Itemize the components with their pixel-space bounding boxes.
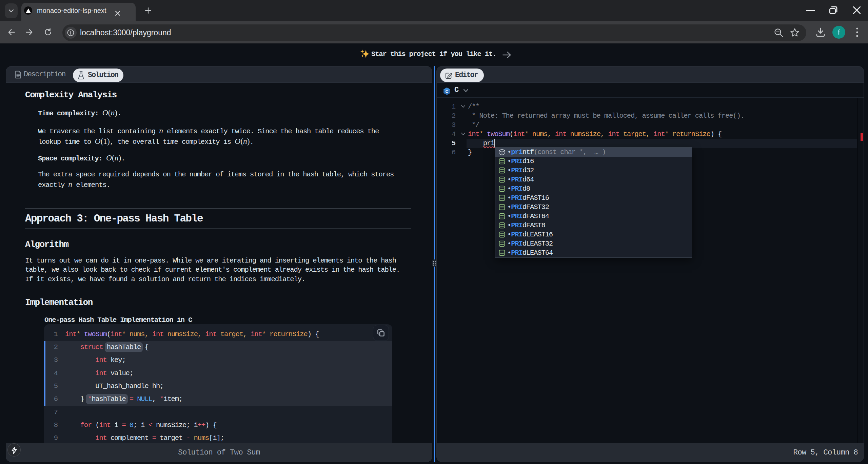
svg-text:C: C bbox=[446, 89, 449, 94]
